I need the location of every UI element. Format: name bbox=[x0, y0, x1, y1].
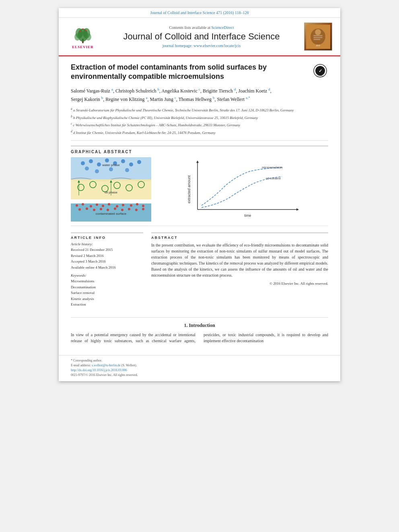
svg-point-32 bbox=[125, 168, 129, 172]
keyword-4: Kinetic analysis bbox=[71, 296, 143, 302]
article-info-abstract-columns: ARTICLE INFO Article history: Received 2… bbox=[71, 232, 328, 311]
abstract-copyright: © 2016 Elsevier Inc. All rights reserved… bbox=[151, 281, 328, 286]
journal-header: ELSEVIER Contents lists available at Sci… bbox=[59, 18, 340, 56]
svg-point-43 bbox=[76, 204, 78, 207]
keyword-2: Decontamination bbox=[71, 285, 143, 290]
crossmark-badge: ✓ CrossMark bbox=[312, 63, 328, 79]
svg-point-58 bbox=[107, 209, 109, 211]
thomas-hellweg-author: Thomas bbox=[179, 97, 194, 102]
svg-point-27 bbox=[129, 162, 133, 166]
svg-point-44 bbox=[82, 203, 84, 205]
article-info-header: ARTICLE INFO bbox=[71, 232, 143, 240]
article-history-label: Article history: bbox=[71, 242, 143, 246]
article-title: Extraction of model contaminants from so… bbox=[71, 63, 308, 82]
accepted-date: Accepted 3 March 2016 bbox=[71, 259, 143, 265]
keyword-1: Microemulsions bbox=[71, 279, 143, 284]
graphical-abstract-diagram: water phase oil phase contaminated surfa… bbox=[71, 157, 151, 222]
journal-cover-image: JCIS bbox=[304, 23, 332, 51]
svg-point-45 bbox=[90, 205, 92, 207]
svg-rect-13 bbox=[313, 37, 322, 38]
keyword-5: Extraction bbox=[71, 302, 143, 308]
graphical-abstract-chart: extracted amount time microemulsion oil … bbox=[155, 157, 328, 222]
svg-text:water phase: water phase bbox=[102, 163, 120, 167]
abstract-column: ABSTRACT In the present contribution, we… bbox=[151, 232, 328, 311]
affiliation-a: a a Stranski-Laboratorium für Physikalis… bbox=[71, 107, 328, 113]
svg-text:contaminated surface: contaminated surface bbox=[96, 212, 127, 216]
svg-point-31 bbox=[109, 167, 113, 171]
svg-point-57 bbox=[100, 208, 102, 210]
svg-point-56 bbox=[93, 209, 95, 211]
introduction-section: 1. Introduction In view of a potential e… bbox=[71, 317, 328, 344]
svg-text:oil phase: oil phase bbox=[105, 191, 118, 194]
svg-point-55 bbox=[86, 207, 88, 210]
svg-point-52 bbox=[136, 203, 138, 205]
article-content: Extraction of model contaminants from so… bbox=[59, 56, 340, 355]
keyword-3: Surface removal bbox=[71, 290, 143, 296]
svg-point-23 bbox=[97, 162, 101, 166]
svg-marker-71 bbox=[196, 160, 199, 163]
svg-point-26 bbox=[121, 159, 125, 163]
science-direct-notice: Contents lists available at ScienceDirec… bbox=[99, 25, 304, 30]
issn-notice: 0021-9797/© 2016 Elsevier Inc. All right… bbox=[71, 373, 328, 377]
journal-reference-text: Journal of Colloid and Interface Science… bbox=[150, 10, 249, 15]
svg-text:CrossMark: CrossMark bbox=[316, 75, 324, 77]
svg-point-59 bbox=[114, 207, 116, 210]
affiliation-d: d d Institut für Chemie, Universität Pot… bbox=[71, 129, 328, 136]
svg-point-60 bbox=[121, 209, 123, 211]
email-link[interactable]: s.wellert@tu-berlin.de bbox=[92, 364, 121, 367]
svg-point-54 bbox=[78, 208, 81, 211]
authors: Salomé Vargas-Ruiz a, Christoph Schulrei… bbox=[71, 86, 328, 103]
abstract-header: ABSTRACT bbox=[151, 232, 328, 240]
svg-text:extracted amount: extracted amount bbox=[187, 175, 191, 203]
footer: * Corresponding author. E-mail address: … bbox=[59, 355, 340, 381]
svg-point-5 bbox=[85, 33, 91, 41]
svg-point-4 bbox=[74, 33, 80, 41]
svg-text:microemulsion: microemulsion bbox=[262, 166, 283, 169]
affiliation-b: b b Physikalische und Biophysikalische C… bbox=[71, 114, 328, 121]
doi-anchor[interactable]: http://dx.doi.org/10.1016/j.jcis.2016.03… bbox=[71, 368, 127, 372]
introduction-text: In view of a potential emergency caused … bbox=[71, 332, 328, 344]
article-info-column: ARTICLE INFO Article history: Received 2… bbox=[71, 232, 143, 311]
keywords-label: Keywords: bbox=[71, 273, 143, 277]
keywords-list: Microemulsions Decontamination Surface r… bbox=[71, 279, 143, 308]
svg-rect-14 bbox=[313, 39, 320, 40]
journal-homepage: journal homepage: www.elsevier.com/locat… bbox=[99, 43, 304, 48]
svg-point-6 bbox=[79, 31, 81, 32]
svg-text:time: time bbox=[244, 214, 251, 218]
svg-point-7 bbox=[85, 30, 86, 32]
svg-point-61 bbox=[128, 208, 130, 210]
svg-text:✓: ✓ bbox=[319, 68, 322, 73]
svg-rect-12 bbox=[313, 35, 322, 36]
svg-point-50 bbox=[122, 204, 124, 206]
affiliations: a a Stranski-Laboratorium für Physikalis… bbox=[71, 107, 328, 141]
svg-point-46 bbox=[96, 203, 98, 206]
received-date: Received 21 December 2015 bbox=[71, 247, 143, 253]
article-history-dates: Received 21 December 2015 Revised 2 Marc… bbox=[71, 247, 143, 270]
svg-point-8 bbox=[82, 29, 84, 30]
svg-point-24 bbox=[105, 158, 109, 162]
svg-point-30 bbox=[95, 169, 99, 173]
elsevier-logo: ELSEVIER bbox=[67, 24, 99, 49]
svg-point-29 bbox=[85, 166, 89, 170]
svg-point-22 bbox=[89, 159, 93, 163]
email-note: E-mail address: s.wellert@tu-berlin.de (… bbox=[71, 364, 328, 367]
crossmark-icon: ✓ CrossMark bbox=[313, 64, 327, 78]
svg-point-48 bbox=[108, 203, 110, 205]
page: Journal of Colloid and Interface Science… bbox=[59, 8, 340, 381]
doi-link: http://dx.doi.org/10.1016/j.jcis.2016.03… bbox=[71, 368, 328, 372]
journal-name: Journal of Colloid and Interface Science bbox=[99, 31, 304, 42]
svg-point-11 bbox=[315, 29, 321, 35]
svg-point-63 bbox=[142, 208, 144, 210]
svg-text:JCIS: JCIS bbox=[316, 45, 320, 47]
svg-point-47 bbox=[102, 205, 104, 207]
svg-point-28 bbox=[137, 160, 141, 164]
svg-point-53 bbox=[142, 205, 144, 207]
revised-date: Revised 2 March 2016 bbox=[71, 253, 143, 259]
article-title-section: Extraction of model contaminants from so… bbox=[71, 63, 328, 82]
science-direct-link[interactable]: ScienceDirect bbox=[211, 25, 234, 30]
svg-text:oil content: oil content bbox=[266, 177, 281, 180]
svg-point-62 bbox=[135, 209, 138, 211]
graphical-abstract: water phase oil phase contaminated surfa… bbox=[71, 157, 328, 226]
svg-point-21 bbox=[81, 161, 85, 165]
svg-point-49 bbox=[116, 205, 118, 207]
